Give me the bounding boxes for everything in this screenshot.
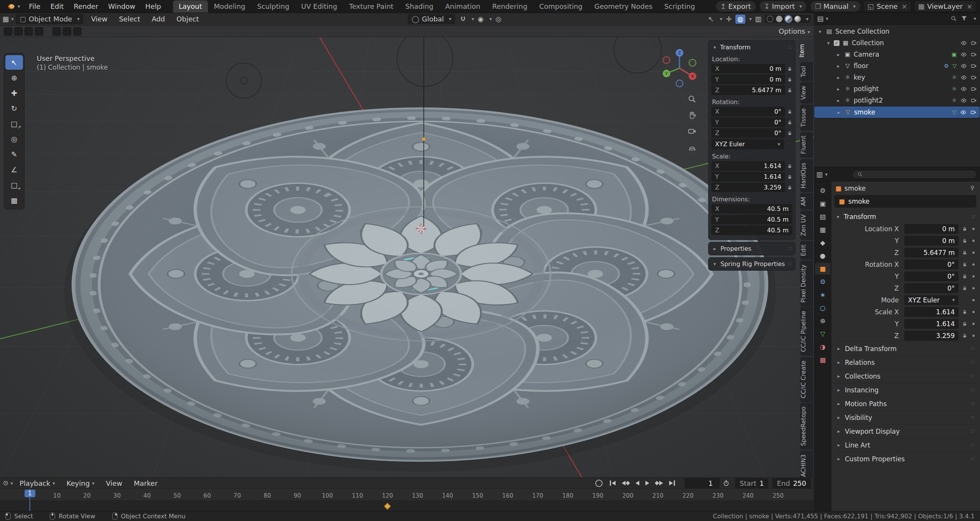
section-delta-transform[interactable]: ▸Delta Transform∷ xyxy=(835,341,976,355)
toggle-xray-icon[interactable]: ▥ xyxy=(753,15,763,24)
timeline-marker-diamond[interactable] xyxy=(384,503,391,510)
render-camera-icon[interactable] xyxy=(971,63,977,69)
timeline-marker-strip[interactable] xyxy=(0,501,814,511)
panel-grip-icon[interactable]: ∷ xyxy=(788,44,792,50)
tool-setting-toggle[interactable] xyxy=(73,27,82,36)
snapping-magnet-icon[interactable] xyxy=(458,15,468,24)
outliner-row-floor[interactable]: ▸▽floor⚙▽ xyxy=(814,60,980,72)
workspace-tab-texture-paint[interactable]: Texture Paint xyxy=(343,0,399,13)
section-motion-paths[interactable]: ▸Motion Paths∷ xyxy=(835,397,976,410)
value-field[interactable]: X0° xyxy=(711,107,785,116)
workspace-tab-modeling[interactable]: Modeling xyxy=(208,0,251,13)
workspace-tab-rendering[interactable]: Rendering xyxy=(487,0,533,13)
npanel-tab-edit[interactable]: Edit xyxy=(800,241,813,260)
cursor-tool-icon[interactable]: ⊕ xyxy=(5,70,23,85)
navigation-gizmo[interactable]: Z Y X xyxy=(658,47,701,89)
render-camera-icon[interactable] xyxy=(971,51,977,57)
shading-wireframe-icon[interactable] xyxy=(767,16,773,22)
light-wireframes[interactable] xyxy=(226,37,662,98)
play-reverse-button[interactable] xyxy=(633,479,642,487)
tool-setting-toggle[interactable] xyxy=(35,27,43,36)
animate-dot-icon[interactable] xyxy=(971,323,976,325)
panel-grip-icon[interactable]: ∷ xyxy=(971,428,975,434)
lock-icon[interactable] xyxy=(787,163,792,169)
render-camera-icon[interactable] xyxy=(970,109,977,115)
workspace-tab-animation[interactable]: Animation xyxy=(439,0,486,13)
editor-type-icon[interactable]: ▦▾ xyxy=(3,15,13,24)
menu-help[interactable]: Help xyxy=(140,0,166,13)
property-value-field[interactable]: 0 m xyxy=(904,236,959,246)
npanel-tab-am[interactable]: AM xyxy=(800,193,813,210)
filter-funnel-icon[interactable] xyxy=(961,15,967,22)
tool-setting-toggle[interactable] xyxy=(52,27,61,36)
lock-icon[interactable] xyxy=(962,333,967,338)
panel-grip-icon[interactable]: ∷ xyxy=(972,214,975,220)
tool-setting-toggle[interactable] xyxy=(63,27,71,36)
value-field[interactable]: Y1.614 xyxy=(711,172,785,181)
transform-panel-header[interactable]: ▾ Transform ∷ xyxy=(711,42,792,53)
current-frame-field[interactable]: 1 xyxy=(684,478,720,488)
workspace-tab-uv-editing[interactable]: UV Editing xyxy=(296,0,343,13)
workspace-tab-geometry-nodes[interactable]: Geometry Nodes xyxy=(589,0,658,13)
menu-select[interactable]: Select xyxy=(114,13,145,25)
menu-view[interactable]: View xyxy=(101,478,127,488)
value-field[interactable]: Z0° xyxy=(711,128,785,138)
jump-end-button[interactable] xyxy=(666,479,678,487)
chevron-down-icon[interactable]: ▾ xyxy=(749,16,752,22)
outliner-row-camera[interactable]: ▸▣Camera▣ xyxy=(814,49,980,60)
properties-panel-header[interactable]: ▸ Properties ∷ xyxy=(708,242,795,255)
animate-dot-icon[interactable] xyxy=(971,299,976,301)
section-collections[interactable]: ▸Collections∷ xyxy=(835,369,976,383)
properties-search-input[interactable] xyxy=(852,170,977,179)
pivot-point-icon[interactable]: ◉ xyxy=(476,15,486,24)
menu-view[interactable]: View xyxy=(86,13,113,25)
eye-icon[interactable] xyxy=(960,40,967,46)
outliner-row-potlight[interactable]: ▸☼potlight☼ xyxy=(814,83,980,95)
lock-toggle[interactable] xyxy=(787,163,792,169)
prev-keyframe-button[interactable] xyxy=(619,479,632,487)
npanel-tab-pixel-density[interactable]: Pixel Density xyxy=(800,261,813,307)
import-button[interactable]: ↧Import▾ xyxy=(759,1,807,12)
animate-dot-icon[interactable] xyxy=(971,275,976,278)
auto-keying-record-icon[interactable] xyxy=(595,480,603,487)
property-value-field[interactable]: 0 m xyxy=(904,224,959,234)
menu-add[interactable]: Add xyxy=(147,13,170,25)
expand-arrow-icon[interactable]: ▸ xyxy=(835,86,841,92)
menu-edit[interactable]: Edit xyxy=(46,0,69,13)
panel-grip-icon[interactable]: ∷ xyxy=(971,456,975,462)
toggle-perspective-icon[interactable] xyxy=(688,143,697,152)
editor-type-icon[interactable]: ▤▾ xyxy=(818,14,828,23)
lock-toggle[interactable] xyxy=(787,88,792,93)
options-dropdown[interactable]: Options▾ xyxy=(779,27,810,35)
collection-checkbox[interactable]: ✓ xyxy=(834,40,840,46)
lock-icon[interactable] xyxy=(962,238,967,243)
frame-end-field[interactable]: End250 xyxy=(772,478,811,488)
lock-icon[interactable] xyxy=(787,88,792,93)
zoom-icon[interactable] xyxy=(688,95,697,104)
jump-start-button[interactable] xyxy=(607,479,618,487)
transform-orientation-selector[interactable]: ◯ Global ▾ xyxy=(408,14,455,24)
workspace-tab-layout[interactable]: Layout xyxy=(173,0,208,13)
selectability-visibility-icon[interactable]: ↖ xyxy=(706,15,716,24)
npanel-tab-speedretopo[interactable]: SpeedRetopo xyxy=(800,403,813,450)
npanel-tab-zen-uv[interactable]: Zen UV xyxy=(800,211,813,240)
expand-arrow-icon[interactable]: ▸ xyxy=(835,75,841,80)
property-value-field[interactable]: 5.6477 m xyxy=(904,248,959,258)
manual-button[interactable]: ❐Manual▾ xyxy=(810,1,861,12)
animate-dot-icon[interactable] xyxy=(971,311,976,313)
animate-dot-icon[interactable] xyxy=(971,240,976,242)
shading-material-preview-icon[interactable] xyxy=(785,16,792,22)
frame-start-field[interactable]: Start1 xyxy=(735,478,768,488)
npanel-tab-tissue[interactable]: Tissue xyxy=(800,105,813,131)
render-camera-icon[interactable] xyxy=(971,74,977,80)
lock-icon[interactable] xyxy=(787,120,792,125)
property-value-field[interactable]: 1.614 xyxy=(904,307,959,317)
current-frame-badge[interactable]: 1 xyxy=(24,490,35,497)
animate-dot-icon[interactable] xyxy=(971,228,976,230)
lock-icon[interactable] xyxy=(787,185,792,190)
object-name-field[interactable]: ■ smoke xyxy=(835,195,976,207)
editor-type-icon[interactable]: ▾ xyxy=(3,479,13,488)
section-instancing[interactable]: ▸Instancing∷ xyxy=(835,383,976,397)
section-visibility[interactable]: ▸Visibility∷ xyxy=(835,410,976,424)
menu-file[interactable]: File xyxy=(24,0,46,13)
